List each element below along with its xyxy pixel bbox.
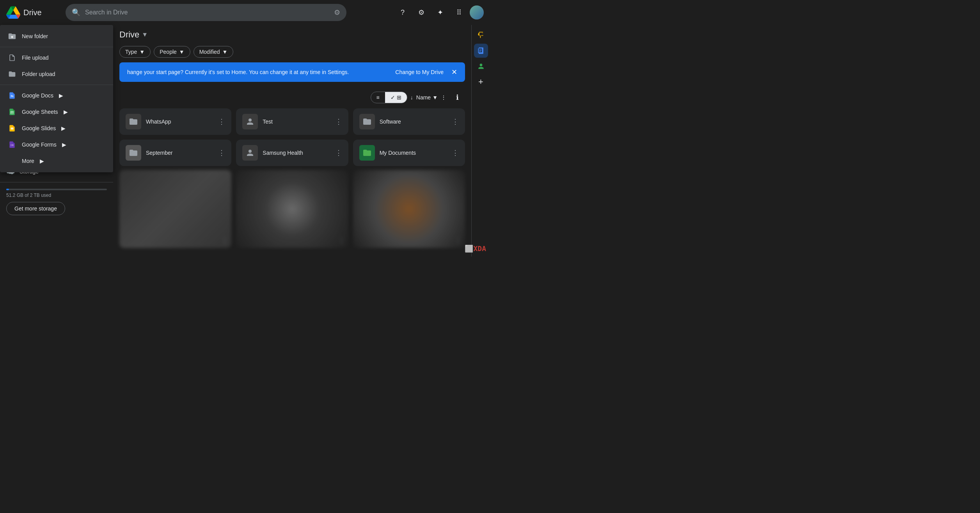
sort-chevron-icon: ▼ [432, 94, 438, 101]
blurred-content-grid: ⋮ ⋮ ⋮ [119, 170, 465, 248]
keep-button[interactable] [474, 28, 488, 42]
sidebar-divider [0, 182, 113, 182]
folder-whatsapp[interactable]: WhatsApp ⋮ [119, 108, 231, 135]
storage-bar-fill [6, 189, 9, 190]
folder-samsung-health-name: Samsung Health [263, 150, 330, 156]
blurred-item-2: ⋮ [236, 170, 348, 248]
search-bar[interactable]: 🔍 ⚙ [66, 4, 346, 21]
folder-software-more[interactable]: ⋮ [452, 117, 459, 126]
folder-september-name: September [146, 150, 213, 156]
new-folder-icon [8, 32, 16, 41]
svg-point-3 [11, 144, 12, 145]
filter-type-chip[interactable]: Type ▼ [119, 46, 151, 58]
folder-software-thumbnail [359, 114, 375, 129]
context-menu: New folder File upload Folder upload [0, 25, 113, 172]
google-slides-item[interactable]: Google Slides ▶ [0, 120, 113, 136]
search-filter-icon[interactable]: ⚙ [334, 8, 340, 17]
folder-whatsapp-name: WhatsApp [146, 119, 213, 125]
topbar: Drive 🔍 ⚙ ? ⚙ ✦ ⠿ [0, 0, 490, 25]
folder-samsung-health-more[interactable]: ⋮ [335, 149, 342, 157]
folder-my-documents[interactable]: My Documents ⋮ [353, 140, 465, 166]
change-to-my-drive-button[interactable]: Change to My Drive [395, 69, 444, 75]
folder-test-thumbnail [242, 114, 258, 129]
notification-banner: hange your start page? Currently it's se… [119, 62, 465, 82]
folder-my-documents-name: My Documents [380, 150, 447, 156]
type-chevron-icon: ▼ [139, 49, 145, 55]
google-slides-chevron: ▶ [61, 125, 66, 131]
folder-my-documents-more[interactable]: ⋮ [452, 149, 459, 157]
folder-whatsapp-more[interactable]: ⋮ [218, 117, 225, 126]
add-button[interactable]: + [474, 75, 488, 89]
google-drive-logo [6, 5, 20, 19]
google-docs-item[interactable]: Google Docs ▶ [0, 87, 113, 104]
svg-point-4 [11, 145, 12, 146]
modified-chevron-icon: ▼ [222, 49, 228, 55]
list-view-button[interactable]: ≡ [371, 92, 385, 103]
view-toggle: ≡ ✓ ⊞ [371, 92, 407, 103]
grid-view-button[interactable]: ✓ ⊞ [385, 92, 407, 103]
app-title: Drive [23, 8, 42, 17]
more-label: More [22, 158, 34, 164]
folder-test-more[interactable]: ⋮ [335, 117, 342, 126]
folders-grid: WhatsApp ⋮ Test ⋮ Software ⋮ [119, 108, 465, 166]
list-view-icon: ≡ [376, 94, 380, 101]
folder-test-name: Test [263, 119, 330, 125]
google-sheets-icon [8, 108, 16, 116]
get-more-storage-button[interactable]: Get more storage [6, 202, 65, 215]
contacts-button[interactable] [474, 59, 488, 73]
folder-samsung-health-thumbnail [242, 145, 258, 161]
settings-button[interactable]: ⚙ [414, 5, 429, 20]
folder-test[interactable]: Test ⋮ [236, 108, 348, 135]
google-sheets-chevron: ▶ [64, 109, 68, 115]
tasks-button[interactable] [474, 44, 488, 58]
folder-upload-icon [8, 70, 16, 78]
folder-whatsapp-thumbnail [126, 114, 141, 129]
check-icon: ✓ [391, 94, 395, 101]
notification-close-button[interactable]: ✕ [451, 68, 457, 76]
folder-upload-item[interactable]: Folder upload [0, 66, 113, 82]
folder-september-more[interactable]: ⋮ [218, 149, 225, 157]
search-icon: 🔍 [72, 8, 80, 17]
google-docs-icon [8, 91, 16, 100]
breadcrumb-chevron: ▼ [142, 31, 148, 38]
storage-text: 51.2 GB of 2 TB used [6, 193, 107, 198]
folder-software-name: Software [380, 119, 447, 125]
breadcrumb-title[interactable]: Drive ▼ [119, 30, 148, 40]
right-sidebar: + [471, 25, 490, 256]
sort-down-arrow[interactable]: ↓ [410, 94, 413, 101]
google-forms-item[interactable]: Google Forms ▶ [0, 136, 113, 153]
sort-more-button[interactable]: ⋮ [441, 94, 446, 101]
gemini-button[interactable]: ✦ [432, 5, 448, 20]
people-chevron-icon: ▼ [179, 49, 185, 55]
google-forms-label: Google Forms [22, 142, 57, 148]
info-button[interactable]: ℹ [449, 90, 465, 105]
google-slides-icon [8, 124, 16, 133]
google-docs-chevron: ▶ [59, 92, 63, 99]
help-button[interactable]: ? [395, 5, 410, 20]
context-divider-1 [0, 47, 113, 47]
search-input[interactable] [85, 9, 329, 16]
sort-arrow-icon: ↓ [410, 94, 413, 101]
folder-september[interactable]: September ⋮ [119, 140, 231, 166]
more-item-icon [8, 157, 16, 165]
storage-section: 51.2 GB of 2 TB used Get more storage [0, 186, 113, 218]
google-sheets-label: Google Sheets [22, 109, 58, 115]
more-item[interactable]: More ▶ [0, 153, 113, 169]
notification-text: hange your start page? Currently it's se… [127, 69, 349, 75]
google-sheets-item[interactable]: Google Sheets ▶ [0, 104, 113, 120]
apps-button[interactable]: ⠿ [451, 5, 467, 20]
content-area: Drive ▼ Type ▼ People ▼ Modified ▼ hange… [113, 25, 471, 256]
folder-september-thumbnail [126, 145, 141, 161]
sort-name-button[interactable]: Name ▼ [416, 94, 438, 101]
google-forms-chevron: ▶ [62, 142, 66, 148]
avatar[interactable] [470, 5, 484, 19]
folder-software[interactable]: Software ⋮ [353, 108, 465, 135]
new-folder-item[interactable]: New folder [0, 28, 113, 44]
more-chevron: ▶ [40, 158, 44, 164]
folder-samsung-health[interactable]: Samsung Health ⋮ [236, 140, 348, 166]
file-upload-item[interactable]: File upload [0, 50, 113, 66]
filter-modified-chip[interactable]: Modified ▼ [194, 46, 234, 58]
filter-people-chip[interactable]: People ▼ [154, 46, 190, 58]
google-slides-label: Google Slides [22, 125, 56, 131]
logo-area: Drive [6, 5, 61, 19]
